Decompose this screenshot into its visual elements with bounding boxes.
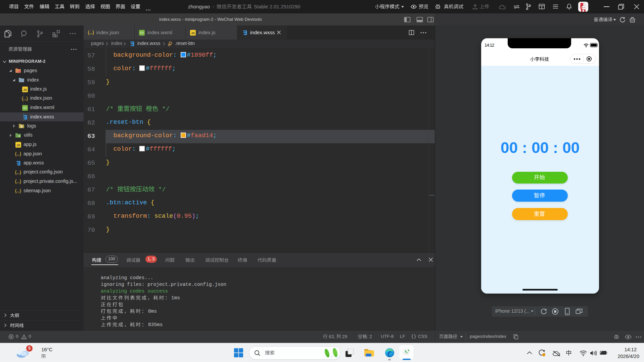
svg-text:JS: JS	[16, 144, 20, 147]
svg-text:JS: JS	[23, 88, 27, 92]
svg-text:JS: JS	[191, 32, 195, 35]
